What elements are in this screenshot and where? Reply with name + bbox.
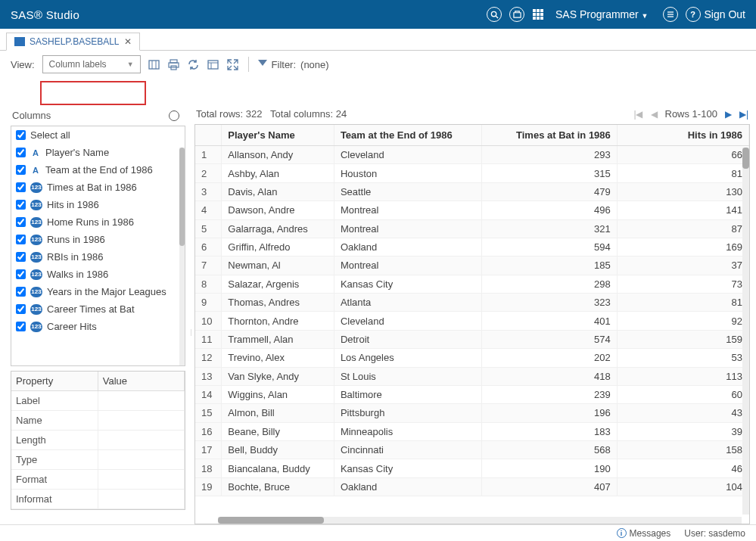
- num-type-icon: [30, 304, 42, 315]
- last-page-icon[interactable]: ▶|: [739, 109, 748, 120]
- search-icon[interactable]: [487, 7, 502, 22]
- select-all-row[interactable]: Select all: [11, 126, 185, 144]
- column-item[interactable]: Team at the End of 1986: [11, 161, 185, 179]
- more-options-icon[interactable]: [663, 7, 678, 22]
- column-header[interactable]: Times at Bat in 1986: [481, 125, 617, 146]
- prev-page-icon[interactable]: ◀: [651, 109, 658, 120]
- column-item[interactable]: Player's Name: [11, 144, 185, 161]
- cell: Cleveland: [334, 312, 481, 330]
- collapse-icon[interactable]: [227, 58, 239, 70]
- refresh-icon[interactable]: [188, 58, 200, 70]
- column-checkbox[interactable]: [16, 235, 26, 244]
- table-row[interactable]: 9 Thomas, Andres Atlanta 323 81: [195, 294, 749, 312]
- user-menu[interactable]: SAS Programmer ▼: [555, 8, 649, 20]
- chevron-down-icon: ▼: [127, 61, 134, 68]
- column-item[interactable]: Home Runs in 1986: [11, 213, 185, 231]
- column-checkbox[interactable]: [16, 165, 26, 175]
- vertical-scrollbar[interactable]: [742, 148, 749, 515]
- column-item[interactable]: RBIs in 1986: [11, 248, 185, 266]
- table-row[interactable]: 4 Dawson, Andre Montreal 496 141: [195, 201, 749, 219]
- table-row[interactable]: 19 Bochte, Bruce Oakland 407 104: [195, 477, 749, 496]
- open-icon[interactable]: [509, 7, 524, 22]
- sign-out-link[interactable]: Sign Out: [705, 8, 745, 20]
- view-select[interactable]: Column labels ▼: [42, 55, 141, 73]
- column-item[interactable]: Walks in 1986: [11, 266, 185, 283]
- table-row[interactable]: 8 Salazar, Argenis Kansas City 298 73: [195, 275, 749, 293]
- help-icon[interactable]: ?: [686, 7, 701, 22]
- column-item[interactable]: Times at Bat in 1986: [11, 179, 185, 196]
- column-checkbox[interactable]: [16, 182, 26, 192]
- table-row[interactable]: 15 Almon, Bill Pittsburgh 196 43: [195, 404, 749, 422]
- column-header[interactable]: Hits in 1986: [617, 125, 748, 146]
- table-row[interactable]: 12 Trevino, Alex Los Angeles 202 53: [195, 349, 749, 367]
- prop-value: [98, 470, 184, 490]
- cell: 202: [481, 349, 617, 367]
- column-label: Player's Name: [45, 147, 109, 158]
- table-row[interactable]: 5 Galarraga, Andres Montreal 321 87: [195, 219, 749, 238]
- table-row[interactable]: 2 Ashby, Alan Houston 315 81: [195, 164, 749, 182]
- table-row[interactable]: 7 Newman, Al Montreal 185 37: [195, 257, 749, 275]
- column-header[interactable]: Player's Name: [222, 125, 334, 146]
- row-index: 5: [195, 219, 222, 238]
- row-index: 12: [195, 349, 222, 367]
- cell: Atlanta: [334, 294, 481, 312]
- horizontal-scrollbar[interactable]: [218, 517, 742, 524]
- close-icon[interactable]: ✕: [124, 36, 132, 47]
- column-checkbox[interactable]: [16, 200, 26, 210]
- table-row[interactable]: 17 Bell, Buddy Cincinnati 568 158: [195, 441, 749, 459]
- first-page-icon[interactable]: |◀: [633, 109, 642, 120]
- cell: 39: [617, 422, 748, 440]
- tab-dataset[interactable]: SASHELP.BASEBALL ✕: [6, 33, 140, 51]
- prop-value: [98, 431, 184, 450]
- cell: 401: [481, 312, 617, 330]
- select-all-checkbox[interactable]: [16, 130, 26, 140]
- cell: Griffin, Alfredo: [222, 238, 334, 256]
- table-row[interactable]: 10 Thornton, Andre Cleveland 401 92: [195, 312, 749, 330]
- column-settings-icon[interactable]: [148, 58, 160, 70]
- cell: Van Slyke, Andy: [222, 367, 334, 385]
- column-item[interactable]: Runs in 1986: [11, 231, 185, 248]
- table-row[interactable]: 3 Davis, Alan Seattle 479 130: [195, 182, 749, 201]
- table-row[interactable]: 16 Beane, Billy Minneapolis 183 39: [195, 422, 749, 440]
- column-checkbox[interactable]: [16, 217, 26, 227]
- rows-range: Rows 1-100: [665, 108, 717, 120]
- table-row[interactable]: 6 Griffin, Alfredo Oakland 594 169: [195, 238, 749, 256]
- column-item[interactable]: Years in the Major Leagues: [11, 283, 185, 300]
- cell: Seattle: [334, 182, 481, 201]
- cell: 158: [617, 441, 748, 459]
- toolbar: View: Column labels ▼ Filter: (none): [0, 51, 756, 78]
- column-item[interactable]: Hits in 1986: [11, 196, 185, 213]
- messages-link[interactable]: i Messages: [617, 528, 671, 539]
- table-row[interactable]: 11 Trammell, Alan Detroit 574 159: [195, 330, 749, 348]
- table-row[interactable]: 18 Biancalana, Buddy Kansas City 190 46: [195, 459, 749, 477]
- column-header[interactable]: [195, 125, 222, 146]
- next-page-icon[interactable]: ▶: [725, 109, 732, 120]
- column-checkbox[interactable]: [16, 252, 26, 262]
- code-icon[interactable]: [207, 58, 219, 70]
- column-header[interactable]: Team at the End of 1986: [334, 125, 481, 146]
- recent-icon[interactable]: [169, 110, 179, 121]
- columns-scrollbar[interactable]: [179, 148, 185, 365]
- splitter-handle[interactable]: ⋮⋮⋮: [190, 329, 193, 341]
- cell: 321: [481, 219, 617, 238]
- print-icon[interactable]: [168, 58, 180, 70]
- column-checkbox[interactable]: [16, 269, 26, 279]
- table-row[interactable]: 1 Allanson, Andy Cleveland 293 66: [195, 146, 749, 164]
- cell: 185: [481, 257, 617, 275]
- column-item[interactable]: Career Hits: [11, 318, 185, 335]
- column-checkbox[interactable]: [16, 148, 26, 157]
- table-row[interactable]: 14 Wiggins, Alan Baltimore 239 60: [195, 385, 749, 403]
- column-checkbox[interactable]: [16, 322, 26, 331]
- column-checkbox[interactable]: [16, 304, 26, 314]
- column-checkbox[interactable]: [16, 287, 26, 297]
- row-index: 18: [195, 459, 222, 477]
- apps-icon[interactable]: [533, 9, 543, 20]
- prop-value: [98, 490, 184, 509]
- filter-icon[interactable]: [258, 60, 267, 69]
- column-label: Team at the End of 1986: [45, 164, 153, 176]
- column-item[interactable]: Career Times at Bat: [11, 300, 185, 318]
- column-label: Runs in 1986: [47, 234, 105, 245]
- table-row[interactable]: 13 Van Slyke, Andy St Louis 418 113: [195, 367, 749, 385]
- row-index: 13: [195, 367, 222, 385]
- cell: 496: [481, 201, 617, 219]
